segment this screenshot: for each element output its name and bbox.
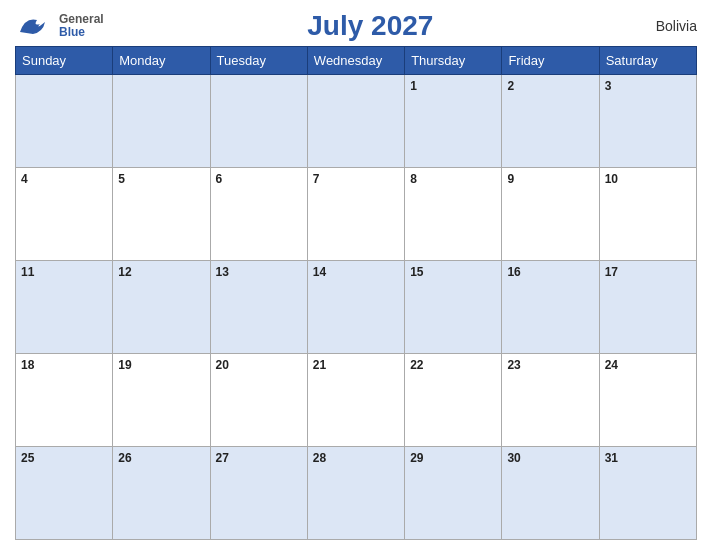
day-number: 28 bbox=[313, 451, 326, 465]
calendar-day: 4 bbox=[16, 168, 113, 261]
day-number: 27 bbox=[216, 451, 229, 465]
day-number: 25 bbox=[21, 451, 34, 465]
calendar-day: 17 bbox=[599, 261, 696, 354]
weekday-friday: Friday bbox=[502, 47, 599, 75]
weekday-monday: Monday bbox=[113, 47, 210, 75]
day-number: 31 bbox=[605, 451, 618, 465]
day-number: 21 bbox=[313, 358, 326, 372]
day-number: 30 bbox=[507, 451, 520, 465]
weekday-header-row: SundayMondayTuesdayWednesdayThursdayFrid… bbox=[16, 47, 697, 75]
calendar-day: 2 bbox=[502, 75, 599, 168]
calendar-day: 27 bbox=[210, 447, 307, 540]
calendar-day: 24 bbox=[599, 354, 696, 447]
calendar-day: 12 bbox=[113, 261, 210, 354]
calendar-day: 11 bbox=[16, 261, 113, 354]
calendar-day: 26 bbox=[113, 447, 210, 540]
calendar-day: 7 bbox=[307, 168, 404, 261]
day-number: 9 bbox=[507, 172, 514, 186]
week-row-5: 25262728293031 bbox=[16, 447, 697, 540]
day-number: 23 bbox=[507, 358, 520, 372]
calendar-day: 25 bbox=[16, 447, 113, 540]
day-number: 29 bbox=[410, 451, 423, 465]
day-number: 1 bbox=[410, 79, 417, 93]
day-number: 3 bbox=[605, 79, 612, 93]
calendar-day: 16 bbox=[502, 261, 599, 354]
day-number: 24 bbox=[605, 358, 618, 372]
day-number: 19 bbox=[118, 358, 131, 372]
weekday-saturday: Saturday bbox=[599, 47, 696, 75]
logo: General Blue bbox=[15, 12, 104, 40]
day-number: 26 bbox=[118, 451, 131, 465]
calendar-header: General Blue July 2027 Bolivia bbox=[15, 10, 697, 42]
day-number: 12 bbox=[118, 265, 131, 279]
day-number: 7 bbox=[313, 172, 320, 186]
calendar-day: 14 bbox=[307, 261, 404, 354]
day-number: 20 bbox=[216, 358, 229, 372]
calendar-day: 6 bbox=[210, 168, 307, 261]
calendar-day bbox=[16, 75, 113, 168]
day-number: 17 bbox=[605, 265, 618, 279]
calendar-day: 22 bbox=[405, 354, 502, 447]
day-number: 8 bbox=[410, 172, 417, 186]
calendar-day: 30 bbox=[502, 447, 599, 540]
day-number: 2 bbox=[507, 79, 514, 93]
calendar-day bbox=[307, 75, 404, 168]
calendar-day: 28 bbox=[307, 447, 404, 540]
day-number: 6 bbox=[216, 172, 223, 186]
day-number: 15 bbox=[410, 265, 423, 279]
calendar-table: SundayMondayTuesdayWednesdayThursdayFrid… bbox=[15, 46, 697, 540]
calendar-day: 8 bbox=[405, 168, 502, 261]
day-number: 22 bbox=[410, 358, 423, 372]
weekday-sunday: Sunday bbox=[16, 47, 113, 75]
day-number: 16 bbox=[507, 265, 520, 279]
calendar-day: 20 bbox=[210, 354, 307, 447]
calendar-day: 5 bbox=[113, 168, 210, 261]
week-row-4: 18192021222324 bbox=[16, 354, 697, 447]
day-number: 4 bbox=[21, 172, 28, 186]
day-number: 11 bbox=[21, 265, 34, 279]
calendar-day: 9 bbox=[502, 168, 599, 261]
logo-icon bbox=[15, 12, 55, 40]
day-number: 5 bbox=[118, 172, 125, 186]
calendar-day: 1 bbox=[405, 75, 502, 168]
calendar-day: 29 bbox=[405, 447, 502, 540]
week-row-2: 45678910 bbox=[16, 168, 697, 261]
calendar-day: 19 bbox=[113, 354, 210, 447]
calendar-day: 21 bbox=[307, 354, 404, 447]
week-row-1: 123 bbox=[16, 75, 697, 168]
day-number: 10 bbox=[605, 172, 618, 186]
calendar-day bbox=[210, 75, 307, 168]
calendar-day: 23 bbox=[502, 354, 599, 447]
day-number: 13 bbox=[216, 265, 229, 279]
day-number: 18 bbox=[21, 358, 34, 372]
calendar-day bbox=[113, 75, 210, 168]
weekday-thursday: Thursday bbox=[405, 47, 502, 75]
calendar-day: 13 bbox=[210, 261, 307, 354]
calendar-day: 3 bbox=[599, 75, 696, 168]
week-row-3: 11121314151617 bbox=[16, 261, 697, 354]
weekday-tuesday: Tuesday bbox=[210, 47, 307, 75]
calendar-day: 15 bbox=[405, 261, 502, 354]
logo-blue: Blue bbox=[59, 26, 104, 39]
calendar-day: 31 bbox=[599, 447, 696, 540]
country-label: Bolivia bbox=[637, 18, 697, 34]
calendar-day: 10 bbox=[599, 168, 696, 261]
calendar-day: 18 bbox=[16, 354, 113, 447]
day-number: 14 bbox=[313, 265, 326, 279]
calendar-title: July 2027 bbox=[104, 10, 637, 42]
logo-text: General Blue bbox=[59, 13, 104, 39]
weekday-wednesday: Wednesday bbox=[307, 47, 404, 75]
